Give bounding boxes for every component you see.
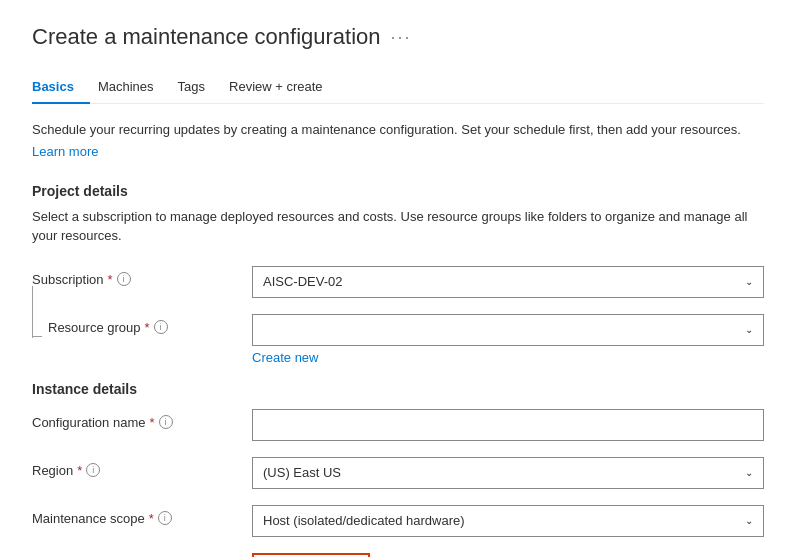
project-details-description: Select a subscription to manage deployed…: [32, 207, 764, 246]
resource-group-info-icon[interactable]: i: [154, 320, 168, 334]
region-required: *: [77, 463, 82, 478]
region-label: Region: [32, 463, 73, 478]
subscription-label: Subscription: [32, 272, 104, 287]
learn-more-link[interactable]: Learn more: [32, 144, 98, 159]
resource-group-dropdown[interactable]: ⌄: [252, 314, 764, 346]
ellipsis-menu[interactable]: ···: [391, 27, 412, 48]
maintenance-scope-info-icon[interactable]: i: [158, 511, 172, 525]
configuration-name-required: *: [149, 415, 154, 430]
tab-machines[interactable]: Machines: [98, 71, 170, 104]
region-row: Region * i (US) East US ⌄: [32, 457, 764, 489]
region-dropdown[interactable]: (US) East US ⌄: [252, 457, 764, 489]
maintenance-scope-required: *: [149, 511, 154, 526]
create-new-link[interactable]: Create new: [252, 350, 318, 365]
maintenance-scope-control: Host (isolated/dedicated hardware) ⌄: [252, 505, 764, 537]
maintenance-scope-value: Host (isolated/dedicated hardware): [263, 513, 465, 528]
resource-group-label-col: Resource group * i: [32, 314, 252, 335]
configuration-name-info-icon[interactable]: i: [159, 415, 173, 429]
subscription-required: *: [108, 272, 113, 287]
project-details-title: Project details: [32, 183, 764, 199]
subscription-value: AISC-DEV-02: [263, 274, 342, 289]
resource-group-dropdown-arrow: ⌄: [745, 324, 753, 335]
region-control: (US) East US ⌄: [252, 457, 764, 489]
maintenance-scope-dropdown-arrow: ⌄: [745, 515, 753, 526]
resource-group-control: ⌄ Create new: [252, 314, 764, 365]
schedule-row: Schedule Add a schedule: [32, 553, 764, 558]
subscription-label-col: Subscription * i: [32, 266, 252, 287]
tab-basics[interactable]: Basics: [32, 71, 90, 104]
region-value: (US) East US: [263, 465, 341, 480]
tab-bar: Basics Machines Tags Review + create: [32, 70, 764, 104]
configuration-name-control: [252, 409, 764, 441]
page-header: Create a maintenance configuration ···: [32, 24, 764, 50]
tab-tags[interactable]: Tags: [178, 71, 221, 104]
maintenance-scope-label: Maintenance scope: [32, 511, 145, 526]
subscription-dropdown-arrow: ⌄: [745, 276, 753, 287]
maintenance-scope-label-col: Maintenance scope * i: [32, 505, 252, 526]
maintenance-scope-row: Maintenance scope * i Host (isolated/ded…: [32, 505, 764, 537]
configuration-name-label: Configuration name: [32, 415, 145, 430]
schedule-control: Add a schedule: [252, 553, 764, 558]
configuration-name-label-col: Configuration name * i: [32, 409, 252, 430]
region-dropdown-arrow: ⌄: [745, 467, 753, 478]
resource-group-required: *: [145, 320, 150, 335]
region-info-icon[interactable]: i: [86, 463, 100, 477]
tab-review-create[interactable]: Review + create: [229, 71, 339, 104]
page-title: Create a maintenance configuration: [32, 24, 381, 50]
maintenance-scope-dropdown[interactable]: Host (isolated/dedicated hardware) ⌄: [252, 505, 764, 537]
subscription-control: AISC-DEV-02 ⌄: [252, 266, 764, 298]
region-label-col: Region * i: [32, 457, 252, 478]
instance-details-title: Instance details: [32, 381, 764, 397]
subscription-dropdown[interactable]: AISC-DEV-02 ⌄: [252, 266, 764, 298]
configuration-name-input[interactable]: [252, 409, 764, 441]
subscription-row: Subscription * i AISC-DEV-02 ⌄: [32, 266, 764, 298]
resource-group-label: Resource group: [48, 320, 141, 335]
add-schedule-button[interactable]: Add a schedule: [252, 553, 370, 558]
basics-description: Schedule your recurring updates by creat…: [32, 120, 764, 140]
schedule-label-col: Schedule: [32, 553, 252, 558]
resource-group-row: Resource group * i ⌄ Create new: [32, 314, 764, 365]
configuration-name-row: Configuration name * i: [32, 409, 764, 441]
subscription-info-icon[interactable]: i: [117, 272, 131, 286]
